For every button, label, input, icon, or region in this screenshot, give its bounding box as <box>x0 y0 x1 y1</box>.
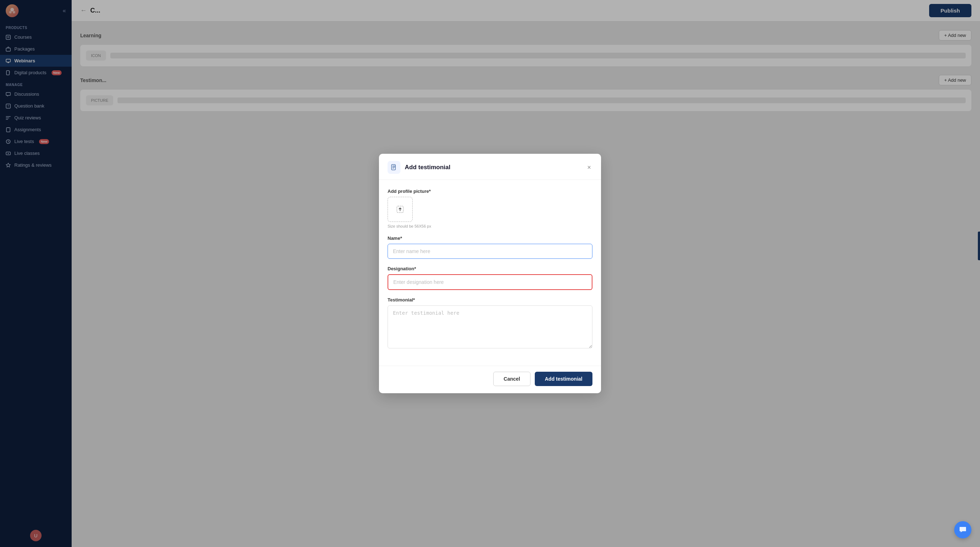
modal-header: Add testimonial × <box>379 154 601 180</box>
modal-document-icon <box>388 161 401 174</box>
modal-footer: Cancel Add testimonial <box>379 366 601 393</box>
main-area: ← C... Publish Learning + Add new ICON T… <box>72 0 980 547</box>
designation-input[interactable] <box>388 274 592 290</box>
modal-overlay: Add testimonial × Add profile picture* <box>0 0 980 547</box>
profile-picture-label: Add profile picture* <box>388 188 592 194</box>
modal-title: Add testimonial <box>405 164 450 171</box>
add-testimonial-button[interactable]: Add testimonial <box>535 372 592 386</box>
modal-header-left: Add testimonial <box>388 161 450 174</box>
chat-button[interactable] <box>954 521 971 538</box>
testimonial-section: Testimonial* <box>388 297 592 350</box>
modal-close-button[interactable]: × <box>585 163 592 173</box>
designation-label: Designation* <box>388 266 592 271</box>
upload-hint: Size should be 56X56 px <box>388 224 592 228</box>
add-testimonial-modal: Add testimonial × Add profile picture* <box>379 154 601 393</box>
testimonial-textarea[interactable] <box>388 305 592 348</box>
testimonial-label: Testimonial* <box>388 297 592 303</box>
name-section: Name* <box>388 236 592 259</box>
name-label: Name* <box>388 236 592 241</box>
designation-section: Designation* <box>388 266 592 290</box>
modal-body: Add profile picture* Size should be 56X5… <box>379 180 601 366</box>
upload-picture-button[interactable] <box>388 197 413 222</box>
name-input[interactable] <box>388 244 592 259</box>
cancel-button[interactable]: Cancel <box>493 372 530 386</box>
profile-picture-section: Add profile picture* Size should be 56X5… <box>388 188 592 228</box>
